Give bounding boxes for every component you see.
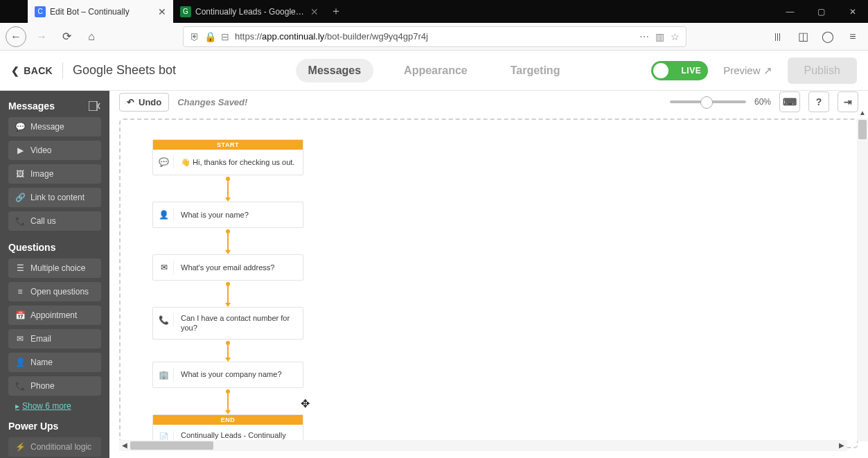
node-text: 👋 Hi, thanks for checking us out. <box>181 157 294 167</box>
tab-targeting[interactable]: Targeting <box>498 59 573 82</box>
sidebar: Messages 💬Message ▶Video 🖼Image 🔗Link to… <box>0 91 109 458</box>
tab-title: Continually Leads - Google Sh <box>195 7 306 17</box>
sidebar-item-label: Video <box>30 146 51 155</box>
scroll-thumb[interactable] <box>858 120 867 139</box>
sidebar-item-appointment[interactable]: 📅Appointment <box>8 306 101 325</box>
vertical-scrollbar[interactable]: ▲ <box>857 118 868 441</box>
browser-tab-active[interactable]: C Edit Bot – Continually ✕ <box>28 0 173 23</box>
phone-icon: 📞 <box>15 216 25 226</box>
sidebar-item-conditional-logic[interactable]: ⚡Conditional logic <box>8 437 101 457</box>
sidebar-item-name[interactable]: 👤Name <box>8 353 101 372</box>
live-toggle[interactable]: LIVE <box>651 61 708 80</box>
sidebar-item-phone[interactable]: 📞Phone <box>8 376 101 396</box>
url-text: https://app.continual.ly/bot-builder/wg9… <box>235 31 635 42</box>
library-icon[interactable]: ⫼ <box>768 27 788 46</box>
sidebar-item-email[interactable]: ✉Email <box>8 329 101 349</box>
window-minimize-button[interactable]: — <box>774 0 806 23</box>
calendar-icon: 📅 <box>15 310 25 320</box>
node-text: What's your email address? <box>181 263 274 272</box>
connector <box>152 229 303 254</box>
account-icon[interactable]: ◯ <box>818 27 838 46</box>
page-actions-icon[interactable]: ⋯ <box>639 31 650 42</box>
sidebar-item-label: Link to content <box>30 193 85 202</box>
show-more-label: Show 6 more <box>22 401 71 411</box>
new-tab-button[interactable]: ＋ <box>326 0 346 23</box>
flow-node-company[interactable]: 🏢 What is your company name? <box>152 362 303 388</box>
undo-button[interactable]: ↶ Undo <box>119 93 169 112</box>
url-bar[interactable]: ⛨ 🔒 ⊟ https://app.continual.ly/bot-build… <box>183 26 687 47</box>
flow-node-phone[interactable]: 📞 Can I have a contact number for you? <box>152 307 303 340</box>
video-icon: ▶ <box>15 146 25 155</box>
show-more-link[interactable]: ▸Show 6 more <box>15 401 101 411</box>
bookmark-icon[interactable]: ☆ <box>669 31 680 42</box>
window-maximize-button[interactable]: ▢ <box>806 0 837 23</box>
nav-home-button[interactable]: ⌂ <box>82 27 101 46</box>
undo-label: Undo <box>139 97 161 107</box>
help-button[interactable]: ? <box>808 91 829 112</box>
connector <box>152 389 303 414</box>
window-close-button[interactable]: ✕ <box>837 0 868 23</box>
publish-button[interactable]: Publish <box>788 58 857 84</box>
flow-node-start[interactable]: START 💬 👋 Hi, thanks for checking us out… <box>152 139 303 175</box>
reader-mode-icon[interactable]: ▥ <box>654 31 665 42</box>
menu-icon[interactable]: ≡ <box>843 27 862 46</box>
back-button[interactable]: ❮ BACK <box>11 65 53 76</box>
sidebar-item-label: Message <box>30 122 64 132</box>
node-label-start: START <box>153 140 303 150</box>
nav-forward-button[interactable]: → <box>32 27 51 46</box>
tab-title: Edit Bot – Continually <box>50 7 154 17</box>
tab-appearance[interactable]: Appearance <box>391 59 480 82</box>
sidebar-item-call-us[interactable]: 📞Call us <box>8 211 101 231</box>
keyboard-shortcuts-button[interactable]: ⌨ <box>779 91 800 112</box>
url-path: /bot-builder/wg9yq4gp7r4j <box>324 31 428 42</box>
scroll-up-icon[interactable]: ▲ <box>857 107 868 118</box>
flow-node-name[interactable]: 👤 What is your name? <box>152 202 303 228</box>
logic-icon: ⚡ <box>15 442 25 452</box>
list-icon: ☰ <box>15 263 25 273</box>
connector <box>152 341 303 362</box>
zoom-slider[interactable] <box>670 100 746 103</box>
sidebar-item-image[interactable]: 🖼Image <box>8 164 101 184</box>
flow-node-email[interactable]: ✉ What's your email address? <box>152 254 303 281</box>
sidebar-item-link-content[interactable]: 🔗Link to content <box>8 188 101 207</box>
sidebar-icon[interactable]: ◫ <box>793 27 813 46</box>
phone-icon: 📞 <box>160 313 174 327</box>
sidebar-item-label: Open questions <box>30 287 89 297</box>
nav-reload-button[interactable]: ⟳ <box>57 27 76 46</box>
sidebar-item-label: Phone <box>30 381 55 391</box>
expand-sidebar-button[interactable]: ⇥ <box>838 91 858 112</box>
external-link-icon: ↗ <box>763 64 772 77</box>
chevron-right-icon: ▸ <box>15 401 19 411</box>
scroll-left-icon[interactable]: ◀ <box>119 440 130 451</box>
scroll-right-icon[interactable]: ▶ <box>836 440 847 451</box>
collapse-sidebar-icon[interactable] <box>89 101 101 111</box>
sidebar-item-multiple-choice[interactable]: ☰Multiple choice <box>8 258 101 278</box>
sidebar-item-message[interactable]: 💬Message <box>8 117 101 136</box>
text-icon: ≡ <box>15 287 25 297</box>
app-header: ❮ BACK Google Sheets bot Messages Appear… <box>0 51 868 91</box>
close-tab-icon[interactable]: ✕ <box>310 6 319 17</box>
node-text: What is your company name? <box>181 369 282 379</box>
svg-rect-0 <box>89 101 97 111</box>
building-icon: 🏢 <box>160 368 174 382</box>
window-controls: — ▢ ✕ <box>774 0 868 23</box>
scroll-thumb[interactable] <box>130 441 213 450</box>
main-tabs: Messages Appearance Targeting <box>296 59 573 82</box>
nav-back-button[interactable]: ← <box>6 26 26 47</box>
sidebar-item-video[interactable]: ▶Video <box>8 141 101 160</box>
sidebar-item-open-questions[interactable]: ≡Open questions <box>8 282 101 301</box>
user-icon: 👤 <box>160 208 174 222</box>
horizontal-scrollbar[interactable]: ◀ ▶ <box>119 440 847 451</box>
close-tab-icon[interactable]: ✕ <box>158 6 166 17</box>
tab-messages[interactable]: Messages <box>296 59 374 82</box>
preview-link[interactable]: Preview ↗ <box>723 64 772 77</box>
grab-cursor-icon: ✥ <box>301 397 310 410</box>
email-icon: ✉ <box>15 334 25 344</box>
user-icon: 👤 <box>15 358 25 367</box>
bot-name[interactable]: Google Sheets bot <box>73 63 176 78</box>
preview-label: Preview <box>723 64 760 76</box>
flow-canvas[interactable]: START 💬 👋 Hi, thanks for checking us out… <box>119 118 858 448</box>
browser-tab[interactable]: G Continually Leads - Google Sh ✕ <box>173 0 326 23</box>
connector <box>152 282 303 307</box>
sidebar-item-label: Call us <box>30 216 56 226</box>
